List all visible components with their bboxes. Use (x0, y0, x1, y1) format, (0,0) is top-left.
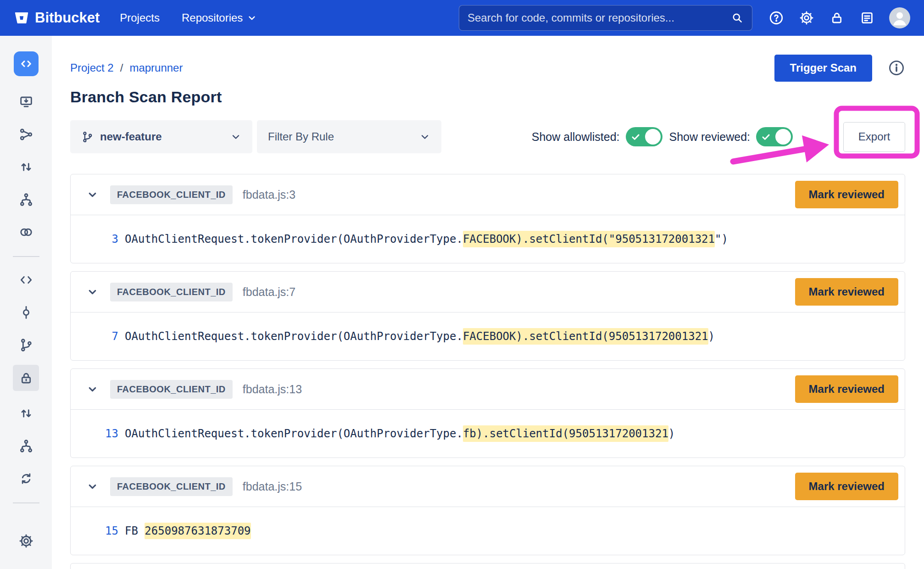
bitbucket-mark-icon (14, 10, 29, 26)
show-reviewed-label: Show reviewed: (669, 130, 750, 144)
trigger-scan-button[interactable]: Trigger Scan (774, 55, 872, 82)
avatar[interactable] (889, 7, 910, 28)
security-lock-icon[interactable] (13, 365, 39, 391)
mark-reviewed-button[interactable]: Mark reviewed (795, 473, 898, 500)
line-number: 13 (71, 427, 118, 440)
finding-location: fbdata.js:3 (243, 188, 295, 201)
export-button[interactable]: Export (843, 122, 905, 152)
line-number: 7 (71, 330, 118, 343)
nav-projects[interactable]: Projects (120, 11, 160, 24)
lock-icon[interactable] (829, 10, 845, 26)
commit-graph-icon[interactable] (16, 124, 37, 145)
line-number: 15 (71, 524, 118, 537)
nav-repositories[interactable]: Repositories (182, 11, 257, 24)
show-allowlisted-label: Show allowlisted: (532, 130, 620, 144)
source-code-icon[interactable] (16, 270, 37, 290)
pull-requests-icon[interactable] (16, 403, 37, 424)
mark-reviewed-button[interactable]: Mark reviewed (795, 278, 898, 306)
sidebar-divider (13, 502, 39, 503)
line-number: 3 (71, 233, 118, 245)
secret-highlight: FACEBOOK).setClientId("950513172001321 (463, 231, 715, 247)
controls-row: new-feature Filter By Rule Show allowlis… (70, 120, 905, 153)
forks-icon[interactable] (16, 436, 37, 456)
chevron-down-icon (230, 131, 241, 142)
breadcrumb-repo-link[interactable]: maprunner (129, 61, 183, 74)
pipelines-icon[interactable] (16, 222, 37, 242)
collapse-chevron-icon[interactable] (85, 190, 99, 200)
rule-badge: FACEBOOK_CLIENT_ID (110, 185, 233, 204)
collapse-chevron-icon[interactable] (85, 384, 99, 395)
code-line: FB 2650987631873709 (125, 524, 251, 537)
repo-avatar[interactable] (14, 51, 39, 76)
finding-card-partial (70, 563, 905, 569)
settings-gear-icon[interactable] (16, 531, 37, 551)
branch-select[interactable]: new-feature (70, 120, 252, 153)
rule-filter-select[interactable]: Filter By Rule (257, 120, 441, 153)
rule-filter-value: Filter By Rule (268, 130, 334, 143)
code-line: OAuthClientRequest.tokenProvider(OAuthPr… (125, 330, 715, 343)
finding-location: fbdata.js:7 (243, 285, 295, 299)
findings-list: FACEBOOK_CLIENT_ID fbdata.js:3 Mark revi… (70, 174, 905, 569)
finding-location: fbdata.js:13 (243, 383, 302, 396)
finding-card: FACEBOOK_CLIENT_ID fbdata.js:3 Mark revi… (70, 174, 905, 263)
nav-projects-label: Projects (120, 11, 160, 24)
search-icon (731, 11, 744, 24)
sidebar-divider (13, 256, 39, 257)
finding-card: FACEBOOK_CLIENT_ID fbdata.js:7 Mark revi… (70, 271, 905, 361)
chevron-down-icon (419, 131, 430, 142)
main-content: Project 2 / maprunner Trigger Scan Branc… (52, 36, 924, 569)
code-line: OAuthClientRequest.tokenProvider(OAuthPr… (125, 233, 728, 245)
secret-highlight: 2650987631873709 (145, 523, 250, 539)
global-search[interactable] (459, 5, 752, 31)
collapse-chevron-icon[interactable] (85, 481, 99, 492)
help-icon[interactable] (768, 10, 785, 26)
branch-select-value: new-feature (100, 130, 162, 143)
feedback-icon[interactable] (859, 10, 875, 26)
finding-card: FACEBOOK_CLIENT_ID fbdata.js:13 Mark rev… (70, 368, 905, 458)
info-icon[interactable] (888, 59, 905, 77)
branch-icon[interactable] (16, 335, 37, 355)
sync-icon[interactable] (16, 469, 37, 489)
breadcrumb-separator: / (120, 61, 123, 74)
bitbucket-app: Bitbucket Projects Repositories (0, 0, 924, 569)
code-line: OAuthClientRequest.tokenProvider(OAuthPr… (125, 427, 675, 440)
navbar-actions (768, 7, 910, 28)
rule-badge: FACEBOOK_CLIENT_ID (110, 380, 233, 399)
rule-badge: FACEBOOK_CLIENT_ID (110, 283, 233, 301)
pull-request-icon[interactable] (16, 157, 37, 177)
top-navbar: Bitbucket Projects Repositories (0, 0, 924, 36)
nav-repositories-label: Repositories (182, 11, 243, 24)
mark-reviewed-button[interactable]: Mark reviewed (795, 181, 898, 208)
toggle-knob (645, 129, 661, 145)
collapse-chevron-icon[interactable] (85, 287, 99, 297)
page-title: Branch Scan Report (70, 88, 905, 106)
finding-location: fbdata.js:15 (243, 480, 302, 493)
show-reviewed-toggle[interactable] (756, 127, 793, 146)
rule-badge: FACEBOOK_CLIENT_ID (110, 477, 233, 496)
brand-text: Bitbucket (35, 10, 100, 26)
bitbucket-logo[interactable]: Bitbucket (14, 10, 100, 26)
secret-highlight: fb).setClientId(950513172001321 (463, 425, 668, 442)
toggle-knob (775, 129, 791, 145)
show-allowlisted-toggle[interactable] (626, 127, 662, 146)
gear-icon[interactable] (798, 10, 815, 26)
check-icon (631, 132, 640, 142)
mark-reviewed-button[interactable]: Mark reviewed (795, 375, 898, 403)
chevron-down-icon (247, 13, 257, 23)
breadcrumb-project-link[interactable]: Project 2 (70, 61, 114, 74)
search-input[interactable] (468, 11, 731, 24)
finding-card: FACEBOOK_CLIENT_ID fbdata.js:15 Mark rev… (70, 466, 905, 555)
branch-icon (81, 131, 94, 143)
secret-highlight: FACEBOOK).setClientId(950513172001321 (463, 328, 708, 345)
commit-icon[interactable] (16, 302, 37, 323)
clone-icon[interactable] (16, 92, 37, 112)
check-icon (761, 132, 771, 142)
left-sidebar (0, 36, 52, 569)
primary-nav: Projects Repositories (120, 11, 257, 24)
breadcrumb: Project 2 / maprunner (70, 61, 183, 74)
fork-icon[interactable] (16, 190, 37, 210)
